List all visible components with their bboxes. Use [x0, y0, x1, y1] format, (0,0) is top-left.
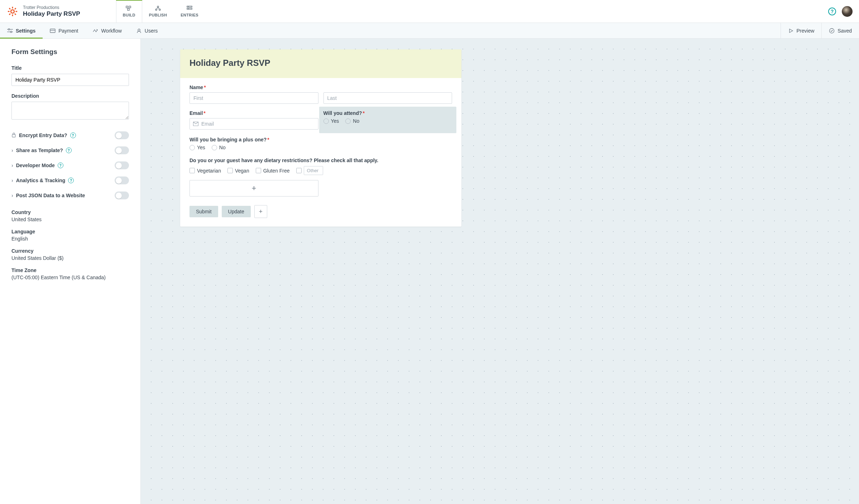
- saved-label: Saved: [838, 28, 852, 34]
- subtab-workflow[interactable]: Workflow: [85, 23, 129, 38]
- help-icon[interactable]: ?: [66, 147, 72, 153]
- chevron-right-icon: ›: [11, 193, 13, 198]
- developer-toggle[interactable]: [115, 161, 129, 169]
- preview-button[interactable]: Preview: [781, 23, 822, 38]
- lock-icon: [11, 132, 16, 139]
- svg-line-16: [158, 8, 159, 9]
- country-label: Country: [11, 209, 129, 215]
- help-icon[interactable]: ?: [828, 8, 836, 15]
- add-field-zone[interactable]: +: [189, 180, 318, 197]
- title-label: Title: [11, 65, 129, 71]
- org-name: Trotter Productions: [23, 5, 80, 10]
- svg-point-14: [157, 6, 159, 8]
- subtab-settings-label: Settings: [16, 28, 35, 34]
- language-value[interactable]: English: [11, 236, 129, 242]
- subtab-users-label: Users: [145, 28, 158, 34]
- update-button[interactable]: Update: [222, 206, 251, 217]
- tab-publish-label: PUBLISH: [149, 13, 167, 17]
- attend-field-selected[interactable]: Will you attend?* Yes No: [319, 107, 457, 133]
- chevron-right-icon: ›: [11, 147, 13, 153]
- svg-point-24: [10, 31, 12, 33]
- chevron-right-icon: ›: [11, 163, 13, 168]
- svg-point-22: [8, 29, 10, 30]
- help-icon[interactable]: ?: [70, 132, 76, 138]
- second-bar: Settings Payment Workflow Users Preview …: [0, 23, 859, 39]
- svg-marker-28: [790, 29, 793, 33]
- form-name: Holiday Party RSVP: [23, 10, 80, 18]
- subtab-payment-label: Payment: [58, 28, 78, 34]
- help-icon[interactable]: ?: [68, 178, 74, 183]
- top-tabs: BUILD PUBLISH ENTRIES: [116, 0, 205, 23]
- dietary-other-input[interactable]: [304, 166, 323, 175]
- developer-label: Developer Mode: [16, 163, 55, 168]
- svg-rect-30: [12, 135, 15, 137]
- svg-point-0: [11, 10, 14, 13]
- attend-yes[interactable]: Yes: [323, 118, 339, 124]
- analytics-label: Analytics & Tracking: [16, 178, 66, 183]
- plus-icon: +: [259, 208, 263, 215]
- svg-rect-17: [187, 6, 192, 7]
- tab-build[interactable]: BUILD: [116, 0, 142, 23]
- svg-line-15: [157, 8, 158, 9]
- help-icon[interactable]: ?: [58, 163, 63, 168]
- postjson-toggle[interactable]: [115, 192, 129, 199]
- tz-label: Time Zone: [11, 267, 129, 273]
- svg-rect-11: [128, 9, 129, 10]
- form-canvas[interactable]: Holiday Party RSVP Name* Email*: [141, 39, 859, 504]
- attend-no[interactable]: No: [345, 118, 359, 124]
- currency-value[interactable]: United States Dollar ($): [11, 255, 129, 261]
- currency-label: Currency: [11, 248, 129, 254]
- title-input[interactable]: [11, 74, 129, 86]
- mail-icon: [193, 122, 198, 126]
- form-title: Holiday Party RSVP: [189, 58, 452, 68]
- tz-value[interactable]: (UTC-05:00) Eastern Time (US & Canada): [11, 275, 129, 280]
- svg-point-27: [138, 29, 140, 31]
- name-label: Name*: [189, 84, 452, 90]
- description-input[interactable]: [11, 102, 129, 120]
- last-name-input[interactable]: [323, 92, 452, 104]
- form-preview-card: Holiday Party RSVP Name* Email*: [180, 49, 461, 227]
- subtab-settings[interactable]: Settings: [0, 23, 43, 38]
- subtab-workflow-label: Workflow: [101, 28, 121, 34]
- tab-build-label: BUILD: [123, 13, 135, 17]
- encrypt-label: Encrypt Entry Data?: [19, 132, 67, 138]
- plusone-no[interactable]: No: [212, 145, 226, 150]
- tab-publish[interactable]: PUBLISH: [142, 0, 174, 23]
- sidebar-heading: Form Settings: [11, 48, 129, 56]
- svg-rect-10: [129, 6, 131, 8]
- dietary-vegetarian[interactable]: Vegetarian: [189, 168, 221, 174]
- encrypt-toggle[interactable]: [115, 131, 129, 139]
- country-value[interactable]: United States: [11, 217, 129, 222]
- language-label: Language: [11, 229, 129, 234]
- top-bar: Trotter Productions Holiday Party RSVP B…: [0, 0, 859, 23]
- plusone-yes[interactable]: Yes: [189, 145, 205, 150]
- preview-label: Preview: [797, 28, 815, 34]
- logo-icon: [7, 6, 18, 17]
- svg-point-12: [155, 9, 157, 10]
- template-toggle[interactable]: [115, 146, 129, 154]
- dietary-other[interactable]: [296, 166, 323, 175]
- avatar[interactable]: [842, 6, 853, 17]
- subtab-users[interactable]: Users: [129, 23, 165, 38]
- svg-point-13: [159, 9, 160, 10]
- postjson-label: Post JSON Data to a Website: [16, 193, 85, 198]
- email-input[interactable]: [189, 118, 318, 130]
- first-name-input[interactable]: [189, 92, 318, 104]
- add-button[interactable]: +: [254, 205, 267, 218]
- dietary-glutenfree[interactable]: Gluten Free: [256, 168, 290, 174]
- form-header[interactable]: Holiday Party RSVP: [180, 49, 461, 78]
- analytics-toggle[interactable]: [115, 176, 129, 184]
- svg-line-7: [9, 14, 10, 15]
- dietary-vegan[interactable]: Vegan: [227, 168, 249, 174]
- description-label: Description: [11, 93, 129, 99]
- svg-rect-18: [187, 8, 192, 9]
- saved-status: Saved: [821, 23, 859, 38]
- tab-entries[interactable]: ENTRIES: [174, 0, 205, 23]
- attend-label: Will you attend?*: [323, 110, 452, 116]
- svg-rect-9: [126, 6, 128, 8]
- subtab-payment[interactable]: Payment: [43, 23, 85, 38]
- submit-button[interactable]: Submit: [189, 206, 218, 217]
- svg-line-8: [15, 8, 16, 9]
- svg-line-6: [15, 14, 16, 15]
- svg-rect-25: [50, 29, 55, 33]
